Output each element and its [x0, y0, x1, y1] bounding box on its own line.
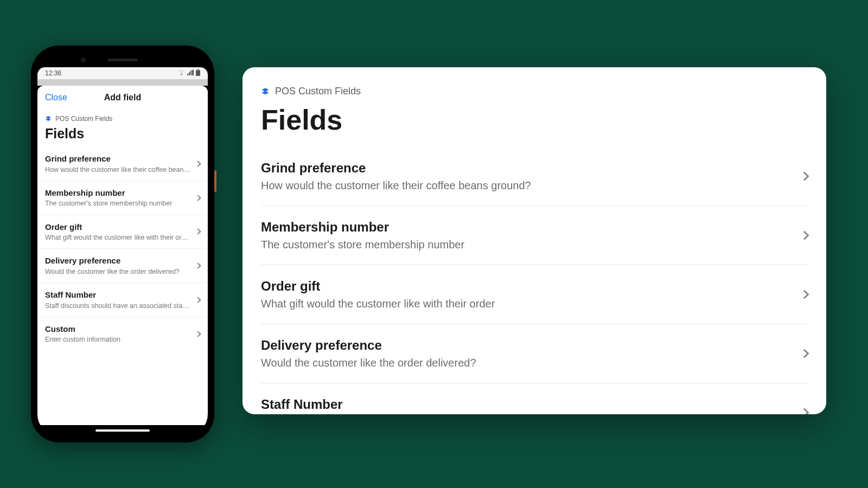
- chevron-right-icon: [195, 331, 201, 337]
- field-subtitle: How would the customer like their coffee…: [261, 178, 790, 192]
- close-button[interactable]: Close: [45, 93, 67, 102]
- field-title: Order gift: [45, 222, 190, 233]
- field-row-membership-number[interactable]: Membership number The customer's store m…: [37, 181, 208, 215]
- signal-icon: [187, 69, 194, 77]
- field-title: Membership number: [261, 219, 790, 235]
- field-subtitle: Would the customer like the order delive…: [261, 356, 790, 370]
- sheet-title: Add field: [104, 93, 141, 102]
- front-camera-icon: [81, 57, 86, 62]
- field-subtitle: The customer's store membership number: [261, 237, 790, 252]
- status-icons: [178, 69, 200, 78]
- field-subtitle: The customer's store membership number: [45, 199, 190, 208]
- field-row-order-gift[interactable]: Order gift What gift would the customer …: [37, 215, 208, 249]
- field-title: Staff Number: [261, 396, 790, 413]
- field-title: Grind preference: [261, 160, 790, 176]
- chevron-right-icon: [195, 297, 201, 303]
- field-subtitle: What gift would the customer like with t…: [45, 233, 190, 242]
- field-subtitle: What gift would the customer like with t…: [261, 297, 790, 311]
- svg-rect-0: [197, 69, 199, 70]
- fields-list: Grind preference How would the customer …: [242, 147, 826, 414]
- field-row-grind-preference[interactable]: Grind preference How would the customer …: [261, 147, 808, 206]
- chevron-right-icon: [800, 172, 809, 181]
- chevron-right-icon: [800, 231, 809, 240]
- app-icon: [45, 115, 52, 122]
- field-row-staff-number[interactable]: Staff Number Staff discounts should have…: [37, 283, 208, 317]
- field-subtitle: Enter custom information: [45, 335, 190, 344]
- modal-sheet: Close Add field POS Custom Fields Fields…: [37, 86, 208, 425]
- chevron-right-icon: [800, 290, 809, 299]
- svg-rect-1: [196, 70, 200, 76]
- app-label-row: POS Custom Fields: [37, 110, 208, 123]
- field-title: Staff Number: [45, 290, 190, 300]
- background-screen-peek: [37, 79, 208, 86]
- field-row-membership-number[interactable]: Membership number The customer's store m…: [261, 206, 808, 265]
- field-title: Order gift: [261, 278, 790, 294]
- field-row-staff-number[interactable]: Staff Number Staff discounts should have…: [261, 383, 808, 414]
- app-label-row: POS Custom Fields: [242, 86, 826, 97]
- field-subtitle: Would the customer like the order delive…: [45, 267, 190, 276]
- field-row-delivery-preference[interactable]: Delivery preference Would the customer l…: [37, 249, 208, 283]
- field-title: Delivery preference: [261, 337, 790, 354]
- section-title: Fields: [242, 97, 826, 147]
- field-subtitle: How would the customer like their coffee…: [45, 165, 190, 174]
- field-row-grind-preference[interactable]: Grind preference How would the customer …: [37, 147, 208, 181]
- app-icon: [261, 87, 270, 96]
- field-title: Custom: [45, 324, 190, 335]
- chevron-right-icon: [195, 160, 201, 166]
- detail-card: POS Custom Fields Fields Grind preferenc…: [242, 67, 826, 414]
- section-title: Fields: [37, 123, 208, 147]
- field-title: Grind preference: [45, 153, 190, 164]
- field-row-order-gift[interactable]: Order gift What gift would the customer …: [261, 265, 808, 324]
- chevron-right-icon: [800, 408, 809, 414]
- chevron-right-icon: [195, 195, 201, 201]
- field-title: Membership number: [45, 188, 190, 198]
- battery-icon: [196, 69, 200, 78]
- speaker-grill-icon: [107, 59, 138, 61]
- field-row-custom[interactable]: Custom Enter custom information: [37, 317, 208, 351]
- phone-frame: 12:36 Close Add field: [31, 46, 214, 442]
- sheet-header: Close Add field: [37, 86, 208, 110]
- status-time: 12:36: [45, 69, 61, 77]
- field-subtitle: Staff discounts should have an associate…: [45, 301, 190, 310]
- wifi-icon: [178, 69, 185, 77]
- phone-power-button: [214, 170, 216, 192]
- app-name-label: POS Custom Fields: [275, 86, 361, 97]
- field-row-delivery-preference[interactable]: Delivery preference Would the customer l…: [261, 324, 808, 383]
- fields-list: Grind preference How would the customer …: [37, 147, 208, 351]
- chevron-right-icon: [195, 229, 201, 235]
- phone-screen: 12:36 Close Add field: [37, 52, 208, 436]
- status-bar: 12:36: [37, 67, 208, 79]
- chevron-right-icon: [800, 349, 809, 358]
- field-title: Delivery preference: [45, 255, 190, 266]
- phone-notch: [37, 52, 208, 67]
- home-indicator[interactable]: [95, 429, 150, 432]
- app-name-label: POS Custom Fields: [55, 115, 112, 123]
- chevron-right-icon: [195, 262, 201, 268]
